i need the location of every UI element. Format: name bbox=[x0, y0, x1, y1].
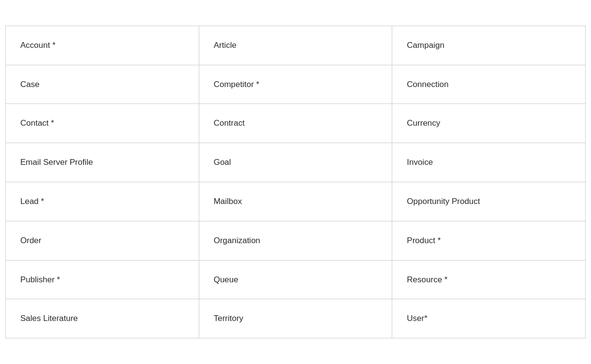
list-item[interactable]: Queue bbox=[199, 261, 393, 299]
table-row: Sales LiteratureTerritoryUser* bbox=[6, 299, 586, 338]
list-item[interactable]: Case bbox=[6, 65, 199, 104]
list-item[interactable]: Organization bbox=[199, 221, 393, 260]
list-item[interactable]: User* bbox=[392, 299, 586, 338]
list-item[interactable]: Campaign bbox=[392, 26, 586, 65]
list-item[interactable]: Lead * bbox=[6, 182, 199, 221]
list-item[interactable]: Publisher * bbox=[6, 261, 199, 299]
list-item[interactable]: Sales Literature bbox=[6, 299, 199, 338]
list-item[interactable]: Contract bbox=[199, 104, 393, 143]
list-item[interactable]: Resource * bbox=[392, 261, 586, 299]
table-row: Lead *MailboxOpportunity Product bbox=[6, 182, 586, 221]
entity-grid: Account *ArticleCampaignCaseCompetitor *… bbox=[5, 26, 586, 338]
list-item[interactable]: Territory bbox=[199, 299, 393, 338]
list-item[interactable]: Competitor * bbox=[199, 65, 393, 104]
list-item[interactable]: Order bbox=[6, 221, 199, 260]
list-item[interactable]: Mailbox bbox=[199, 182, 393, 221]
list-item[interactable]: Product * bbox=[392, 221, 586, 260]
list-item[interactable]: Article bbox=[199, 26, 393, 65]
list-item[interactable]: Email Server Profile bbox=[6, 143, 199, 182]
table-row: Contact *ContractCurrency bbox=[6, 104, 586, 143]
list-item[interactable]: Contact * bbox=[6, 104, 199, 143]
list-item[interactable]: Opportunity Product bbox=[392, 182, 586, 221]
table-row: Email Server ProfileGoalInvoice bbox=[6, 143, 586, 182]
table-row: Publisher *QueueResource * bbox=[6, 261, 586, 300]
table-row: Account *ArticleCampaign bbox=[6, 26, 586, 65]
list-item[interactable]: Invoice bbox=[392, 143, 586, 182]
list-item[interactable]: Connection bbox=[392, 65, 586, 104]
list-item[interactable]: Currency bbox=[392, 104, 586, 143]
list-item[interactable]: Goal bbox=[199, 143, 393, 182]
table-row: OrderOrganizationProduct * bbox=[6, 221, 586, 261]
table-row: CaseCompetitor *Connection bbox=[6, 65, 586, 104]
list-item[interactable]: Account * bbox=[6, 26, 199, 65]
